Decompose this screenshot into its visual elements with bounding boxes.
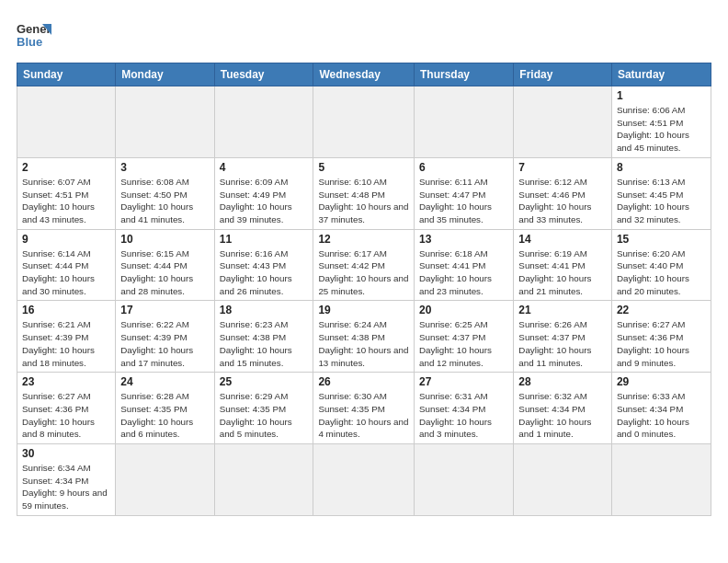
calendar-cell: 16Sunrise: 6:21 AM Sunset: 4:39 PM Dayli… xyxy=(17,301,116,373)
calendar-cell: 12Sunrise: 6:17 AM Sunset: 4:42 PM Dayli… xyxy=(313,229,415,301)
day-info: Sunrise: 6:24 AM Sunset: 4:38 PM Dayligh… xyxy=(318,318,409,369)
svg-text:Blue: Blue xyxy=(17,35,42,49)
day-info: Sunrise: 6:11 AM Sunset: 4:47 PM Dayligh… xyxy=(419,176,508,226)
day-info: Sunrise: 6:33 AM Sunset: 4:34 PM Dayligh… xyxy=(617,390,706,441)
calendar-cell: 18Sunrise: 6:23 AM Sunset: 4:38 PM Dayli… xyxy=(214,301,313,373)
calendar-cell xyxy=(214,86,313,158)
day-number: 20 xyxy=(419,304,508,316)
calendar-cell: 13Sunrise: 6:18 AM Sunset: 4:41 PM Dayli… xyxy=(415,229,514,301)
calendar-cell: 27Sunrise: 6:31 AM Sunset: 4:34 PM Dayli… xyxy=(415,373,514,444)
calendar-week-row: 1Sunrise: 6:06 AM Sunset: 4:51 PM Daylig… xyxy=(17,86,711,158)
weekday-header-row: SundayMondayTuesdayWednesdayThursdayFrid… xyxy=(17,63,711,86)
day-info: Sunrise: 6:31 AM Sunset: 4:34 PM Dayligh… xyxy=(419,390,508,441)
day-info: Sunrise: 6:21 AM Sunset: 4:39 PM Dayligh… xyxy=(22,318,110,369)
calendar-cell: 10Sunrise: 6:15 AM Sunset: 4:44 PM Dayli… xyxy=(116,229,214,301)
day-info: Sunrise: 6:22 AM Sunset: 4:39 PM Dayligh… xyxy=(120,318,209,369)
day-number: 7 xyxy=(518,161,607,174)
day-number: 14 xyxy=(518,233,607,246)
calendar-cell: 21Sunrise: 6:26 AM Sunset: 4:37 PM Dayli… xyxy=(514,301,612,373)
day-info: Sunrise: 6:27 AM Sunset: 4:36 PM Dayligh… xyxy=(617,318,706,369)
day-info: Sunrise: 6:28 AM Sunset: 4:35 PM Dayligh… xyxy=(120,390,209,441)
day-info: Sunrise: 6:06 AM Sunset: 4:51 PM Dayligh… xyxy=(617,104,706,155)
day-info: Sunrise: 6:25 AM Sunset: 4:37 PM Dayligh… xyxy=(419,318,508,369)
calendar-cell: 26Sunrise: 6:30 AM Sunset: 4:35 PM Dayli… xyxy=(313,373,415,444)
day-info: Sunrise: 6:14 AM Sunset: 4:44 PM Dayligh… xyxy=(22,247,110,298)
day-info: Sunrise: 6:13 AM Sunset: 4:45 PM Dayligh… xyxy=(617,176,706,226)
day-info: Sunrise: 6:09 AM Sunset: 4:49 PM Dayligh… xyxy=(220,176,309,226)
calendar-cell xyxy=(415,444,514,516)
day-number: 22 xyxy=(617,304,706,316)
day-number: 24 xyxy=(120,375,209,388)
calendar-week-row: 9Sunrise: 6:14 AM Sunset: 4:44 PM Daylig… xyxy=(17,229,711,301)
day-number: 27 xyxy=(419,375,508,388)
calendar-cell: 2Sunrise: 6:07 AM Sunset: 4:51 PM Daylig… xyxy=(17,157,116,229)
calendar-cell: 1Sunrise: 6:06 AM Sunset: 4:51 PM Daylig… xyxy=(611,86,711,158)
calendar-week-row: 2Sunrise: 6:07 AM Sunset: 4:51 PM Daylig… xyxy=(17,157,711,229)
day-info: Sunrise: 6:32 AM Sunset: 4:34 PM Dayligh… xyxy=(518,390,607,441)
weekday-header-friday: Friday xyxy=(514,63,612,86)
day-number: 30 xyxy=(22,447,110,460)
calendar-cell: 14Sunrise: 6:19 AM Sunset: 4:41 PM Dayli… xyxy=(514,229,612,301)
header: General Blue xyxy=(17,17,711,52)
page: General Blue SundayMondayTuesdayWednesda… xyxy=(0,0,728,563)
calendar-cell: 25Sunrise: 6:29 AM Sunset: 4:35 PM Dayli… xyxy=(214,373,313,444)
calendar-cell: 29Sunrise: 6:33 AM Sunset: 4:34 PM Dayli… xyxy=(611,373,711,444)
calendar-cell: 28Sunrise: 6:32 AM Sunset: 4:34 PM Dayli… xyxy=(514,373,612,444)
calendar-cell xyxy=(313,86,415,158)
day-number: 15 xyxy=(617,233,706,246)
weekday-header-saturday: Saturday xyxy=(611,63,711,86)
day-number: 23 xyxy=(22,375,110,388)
day-number: 21 xyxy=(518,304,607,316)
calendar-cell xyxy=(116,444,214,516)
day-number: 11 xyxy=(220,233,309,246)
weekday-header-sunday: Sunday xyxy=(17,63,116,86)
day-number: 18 xyxy=(220,304,309,316)
weekday-header-thursday: Thursday xyxy=(415,63,514,86)
day-info: Sunrise: 6:30 AM Sunset: 4:35 PM Dayligh… xyxy=(318,390,409,441)
day-number: 6 xyxy=(419,161,508,174)
calendar-cell: 20Sunrise: 6:25 AM Sunset: 4:37 PM Dayli… xyxy=(415,301,514,373)
day-number: 17 xyxy=(120,304,209,316)
calendar-cell: 15Sunrise: 6:20 AM Sunset: 4:40 PM Dayli… xyxy=(611,229,711,301)
calendar-cell xyxy=(17,86,116,158)
day-number: 10 xyxy=(120,233,209,246)
day-info: Sunrise: 6:16 AM Sunset: 4:43 PM Dayligh… xyxy=(220,247,309,298)
calendar-cell xyxy=(514,444,612,516)
calendar-cell: 24Sunrise: 6:28 AM Sunset: 4:35 PM Dayli… xyxy=(116,373,214,444)
calendar-cell: 3Sunrise: 6:08 AM Sunset: 4:50 PM Daylig… xyxy=(116,157,214,229)
calendar-cell: 8Sunrise: 6:13 AM Sunset: 4:45 PM Daylig… xyxy=(611,157,711,229)
calendar-cell: 11Sunrise: 6:16 AM Sunset: 4:43 PM Dayli… xyxy=(214,229,313,301)
day-number: 16 xyxy=(22,304,110,316)
day-number: 4 xyxy=(220,161,309,174)
calendar-cell xyxy=(214,444,313,516)
calendar-cell: 6Sunrise: 6:11 AM Sunset: 4:47 PM Daylig… xyxy=(415,157,514,229)
calendar-cell: 23Sunrise: 6:27 AM Sunset: 4:36 PM Dayli… xyxy=(17,373,116,444)
calendar-cell: 5Sunrise: 6:10 AM Sunset: 4:48 PM Daylig… xyxy=(313,157,415,229)
calendar-cell: 30Sunrise: 6:34 AM Sunset: 4:34 PM Dayli… xyxy=(17,444,116,516)
day-info: Sunrise: 6:18 AM Sunset: 4:41 PM Dayligh… xyxy=(419,247,508,298)
day-number: 8 xyxy=(617,161,706,174)
day-number: 25 xyxy=(220,375,309,388)
day-info: Sunrise: 6:20 AM Sunset: 4:40 PM Dayligh… xyxy=(617,247,706,298)
day-info: Sunrise: 6:34 AM Sunset: 4:34 PM Dayligh… xyxy=(22,462,110,512)
day-number: 1 xyxy=(617,89,706,102)
day-number: 26 xyxy=(318,375,409,388)
day-info: Sunrise: 6:12 AM Sunset: 4:46 PM Dayligh… xyxy=(518,176,607,226)
calendar-cell xyxy=(415,86,514,158)
weekday-header-wednesday: Wednesday xyxy=(313,63,415,86)
calendar-week-row: 23Sunrise: 6:27 AM Sunset: 4:36 PM Dayli… xyxy=(17,373,711,444)
calendar-cell xyxy=(116,86,214,158)
day-info: Sunrise: 6:26 AM Sunset: 4:37 PM Dayligh… xyxy=(518,318,607,369)
logo: General Blue xyxy=(17,17,51,52)
weekday-header-monday: Monday xyxy=(116,63,214,86)
weekday-header-tuesday: Tuesday xyxy=(214,63,313,86)
calendar-cell: 4Sunrise: 6:09 AM Sunset: 4:49 PM Daylig… xyxy=(214,157,313,229)
day-info: Sunrise: 6:07 AM Sunset: 4:51 PM Dayligh… xyxy=(22,176,110,226)
day-number: 12 xyxy=(318,233,409,246)
calendar-cell: 17Sunrise: 6:22 AM Sunset: 4:39 PM Dayli… xyxy=(116,301,214,373)
day-number: 3 xyxy=(120,161,209,174)
calendar-cell: 22Sunrise: 6:27 AM Sunset: 4:36 PM Dayli… xyxy=(611,301,711,373)
day-info: Sunrise: 6:29 AM Sunset: 4:35 PM Dayligh… xyxy=(220,390,309,441)
day-number: 9 xyxy=(22,233,110,246)
calendar-cell xyxy=(313,444,415,516)
